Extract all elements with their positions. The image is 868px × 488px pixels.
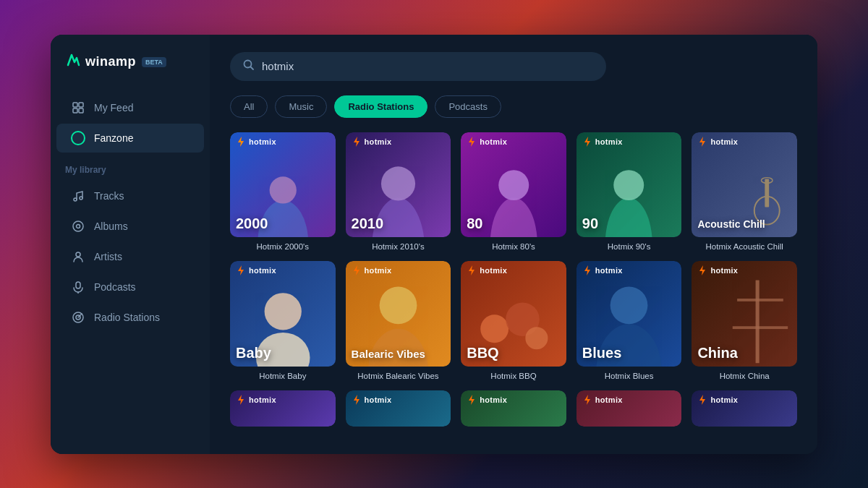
svg-rect-9 xyxy=(76,282,80,288)
card-acoustic[interactable]: hotmix Acoustic Chill Hotmix Acoustic Ch… xyxy=(692,132,797,252)
svg-point-5 xyxy=(80,197,82,200)
artists-label: Artists xyxy=(94,251,122,262)
card-baby[interactable]: hotmix Baby Hotmix Baby xyxy=(230,261,336,380)
fanzone-icon xyxy=(71,131,85,145)
card-thumb-b4: hotmix xyxy=(576,390,682,427)
svg-point-6 xyxy=(73,221,83,231)
sidebar-item-artists[interactable]: Artists xyxy=(56,242,204,271)
svg-point-18 xyxy=(269,177,296,204)
filter-music[interactable]: Music xyxy=(275,95,327,118)
svg-marker-38 xyxy=(469,265,475,275)
card-label-china: China xyxy=(697,345,738,361)
sidebar-item-tracks[interactable]: Tracks xyxy=(56,181,204,210)
svg-marker-32 xyxy=(238,265,244,275)
card-thumb-china: hotmix China xyxy=(692,261,797,367)
sidebar-item-fanzone[interactable]: Fanzone xyxy=(56,124,204,153)
card-title-china: Hotmix China xyxy=(692,372,797,380)
hotmix-label: hotmix xyxy=(249,266,276,275)
svg-marker-51 xyxy=(469,395,475,405)
person-icon xyxy=(71,249,85,264)
sidebar-item-my-feed[interactable]: My Feed xyxy=(56,93,204,122)
filter-podcasts[interactable]: Podcasts xyxy=(435,95,501,118)
svg-rect-2 xyxy=(73,108,77,113)
svg-marker-42 xyxy=(584,265,590,275)
card-bbq[interactable]: hotmix BBQ Hotmix BBQ xyxy=(461,261,566,380)
hotmix-label: hotmix xyxy=(480,137,507,146)
svg-point-7 xyxy=(77,224,80,228)
filter-all[interactable]: All xyxy=(230,95,268,118)
filter-radio-stations[interactable]: Radio Stations xyxy=(334,95,427,118)
card-balearic[interactable]: hotmix Balearic Vibes Hotmix Balearic Vi… xyxy=(346,261,451,380)
card-thumb-blues: hotmix Blues xyxy=(576,261,682,367)
hotmix-label: hotmix xyxy=(249,137,276,146)
svg-point-39 xyxy=(481,315,509,343)
svg-point-4 xyxy=(74,198,77,201)
svg-marker-35 xyxy=(354,265,359,275)
card-2010s[interactable]: hotmix 2010 Hotmix 2010's xyxy=(346,132,451,252)
hotmix-label: hotmix xyxy=(710,266,738,275)
hotmix-label: hotmix xyxy=(365,137,392,146)
card-china[interactable]: hotmix China Hotmix China xyxy=(692,261,797,380)
hotmix-label-b4: hotmix xyxy=(595,395,623,404)
card-label-baby: Baby xyxy=(236,345,271,361)
card-thumb-acoustic: hotmix Acoustic Chill xyxy=(692,132,797,238)
card-thumb-90s: hotmix 90 xyxy=(576,132,682,238)
card-title-bbq: Hotmix BBQ xyxy=(461,372,566,380)
hotmix-label: hotmix xyxy=(480,266,507,275)
card-label-80s: 80 xyxy=(467,215,482,231)
svg-marker-50 xyxy=(354,395,359,405)
card-b1[interactable]: hotmix xyxy=(230,390,336,427)
svg-rect-3 xyxy=(79,108,83,113)
svg-rect-0 xyxy=(73,103,77,107)
card-b2[interactable]: hotmix xyxy=(346,390,451,427)
svg-point-24 xyxy=(498,170,529,200)
sidebar-item-radio-stations[interactable]: Radio Stations xyxy=(56,303,204,332)
albums-label: Albums xyxy=(94,221,128,232)
winamp-logo-icon xyxy=(65,52,81,72)
svg-point-33 xyxy=(264,293,301,330)
svg-rect-47 xyxy=(737,299,783,301)
card-b5[interactable]: hotmix xyxy=(692,390,797,427)
sidebar-item-podcasts[interactable]: Podcasts xyxy=(56,273,204,301)
svg-marker-45 xyxy=(699,265,705,275)
svg-point-8 xyxy=(76,252,80,257)
hotmix-label: hotmix xyxy=(365,266,392,275)
app-container: winamp BETA My Feed Fanzone My library xyxy=(51,35,817,454)
sidebar: winamp BETA My Feed Fanzone My library xyxy=(51,35,210,454)
card-90s[interactable]: hotmix 90 Hotmix 90's xyxy=(576,132,682,252)
sidebar-item-albums[interactable]: Albums xyxy=(56,212,204,241)
podcasts-label: Podcasts xyxy=(94,281,136,293)
card-label-bbq: BBQ xyxy=(467,345,498,361)
hotmix-label-b5: hotmix xyxy=(710,395,738,404)
filter-tabs: All Music Radio Stations Podcasts xyxy=(230,95,797,118)
card-label-acoustic: Acoustic Chill xyxy=(697,219,765,230)
card-blues[interactable]: hotmix Blues Hotmix Blues xyxy=(576,261,682,380)
card-thumb-2010s: hotmix 2010 xyxy=(346,132,451,238)
card-thumb-balearic: hotmix Balearic Vibes xyxy=(346,261,451,367)
card-b4[interactable]: hotmix xyxy=(576,390,682,427)
svg-marker-25 xyxy=(584,137,590,147)
card-thumb-bbq: hotmix BBQ xyxy=(461,261,566,367)
radio-icon xyxy=(71,310,85,325)
svg-marker-22 xyxy=(469,137,475,147)
cards-grid: hotmix 2000 Hotmix 2000's hotmix xyxy=(230,132,797,427)
card-thumb-b5: hotmix xyxy=(692,390,797,427)
fanzone-label: Fanzone xyxy=(94,132,133,144)
card-thumb-b1: hotmix xyxy=(230,390,336,427)
search-input[interactable] xyxy=(262,60,593,72)
search-bar xyxy=(230,52,606,81)
svg-rect-1 xyxy=(79,103,83,107)
svg-marker-28 xyxy=(699,137,705,147)
card-title-90s: Hotmix 90's xyxy=(576,242,682,251)
svg-line-14 xyxy=(251,67,254,69)
card-b3[interactable]: hotmix xyxy=(461,390,566,427)
card-title-2000s: Hotmix 2000's xyxy=(230,242,336,251)
hotmix-label-b2: hotmix xyxy=(365,395,392,404)
card-80s[interactable]: hotmix 80 Hotmix 80's xyxy=(461,132,566,252)
svg-point-21 xyxy=(381,166,415,200)
card-2000s[interactable]: hotmix 2000 Hotmix 2000's xyxy=(230,132,336,252)
card-thumb-80s: hotmix 80 xyxy=(461,132,566,238)
main-content: All Music Radio Stations Podcasts hotmix xyxy=(210,35,817,454)
mic-icon xyxy=(71,280,85,294)
card-label-2010s: 2010 xyxy=(352,215,384,231)
